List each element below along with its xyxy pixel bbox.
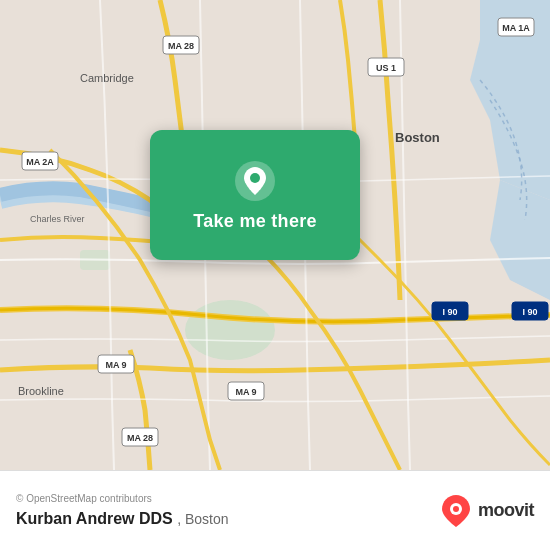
moovit-brand-icon [438, 493, 474, 529]
svg-text:MA 1A: MA 1A [502, 23, 530, 33]
map-attribution: © OpenStreetMap contributors [16, 493, 229, 504]
location-name-line: Kurban Andrew DDS , Boston [16, 510, 229, 528]
location-city: , Boston [177, 511, 228, 527]
svg-text:MA 2A: MA 2A [26, 157, 54, 167]
svg-text:MA 9: MA 9 [105, 360, 126, 370]
svg-text:US 1: US 1 [376, 63, 396, 73]
location-title: Kurban Andrew DDS [16, 510, 173, 527]
map-view: Cambridge Boston Charles River Brookline… [0, 0, 550, 470]
svg-text:Charles River: Charles River [30, 214, 85, 224]
svg-text:MA 28: MA 28 [127, 433, 153, 443]
svg-text:I 90: I 90 [522, 307, 537, 317]
moovit-logo: moovit [438, 493, 534, 529]
svg-text:Boston: Boston [395, 130, 440, 145]
svg-text:MA 28: MA 28 [168, 41, 194, 51]
take-me-there-button-label: Take me there [193, 211, 317, 232]
location-info: © OpenStreetMap contributors Kurban Andr… [16, 493, 229, 528]
svg-text:I 90: I 90 [442, 307, 457, 317]
svg-text:MA 9: MA 9 [235, 387, 256, 397]
svg-point-28 [453, 506, 459, 512]
take-me-there-card[interactable]: Take me there [150, 130, 360, 260]
bottom-info-bar: © OpenStreetMap contributors Kurban Andr… [0, 470, 550, 550]
svg-text:Cambridge: Cambridge [80, 72, 134, 84]
moovit-brand-text: moovit [478, 500, 534, 521]
svg-text:Brookline: Brookline [18, 385, 64, 397]
location-pin-icon [233, 159, 277, 203]
svg-point-1 [185, 300, 275, 360]
svg-point-26 [250, 173, 260, 183]
